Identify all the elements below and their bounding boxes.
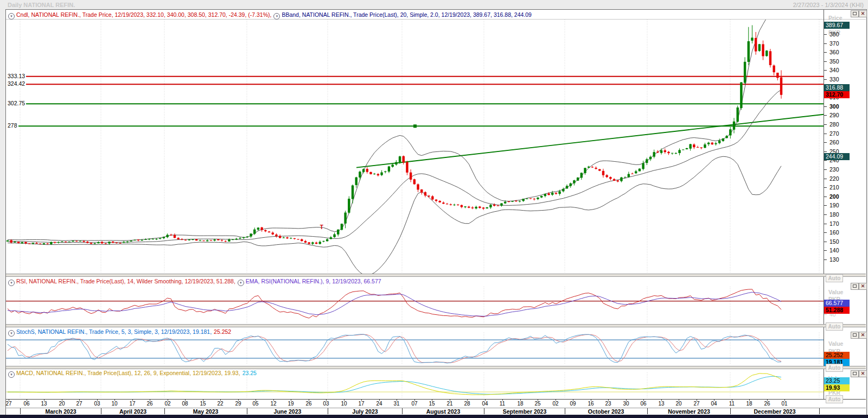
price-tick-mark <box>824 160 827 161</box>
level-price-label[interactable]: 324.42 <box>7 80 26 87</box>
price-tick-mark <box>824 52 827 53</box>
price-tick-label: 230 <box>829 166 839 173</box>
month-axis-label: July 2023 <box>352 408 378 415</box>
price-tick-mark <box>824 151 827 152</box>
collapse-indicator-icon: ▾ <box>8 371 15 378</box>
pane-separator[interactable] <box>6 366 866 369</box>
price-tick-mark <box>824 242 827 242</box>
day-axis-label: 26 <box>305 401 311 407</box>
price-axis-badge: 312.70 <box>824 91 850 98</box>
day-axis-label: 18 <box>517 401 523 407</box>
day-axis-label: 05 <box>252 401 258 407</box>
month-separator <box>565 408 565 414</box>
month-separator <box>484 408 484 414</box>
restore-icon[interactable] <box>851 10 859 17</box>
price-tick-mark <box>824 259 827 260</box>
month-axis-label: September 2023 <box>503 408 547 415</box>
restore-icon[interactable] <box>851 370 859 377</box>
pane-separator[interactable] <box>6 324 866 327</box>
price-tick-mark <box>824 61 827 62</box>
day-axis-label: 09 <box>570 401 576 407</box>
day-axis-label: 03 <box>323 401 329 407</box>
restore-icon[interactable] <box>851 332 859 339</box>
level-price-label[interactable]: 278 <box>7 122 18 129</box>
day-axis-label: 17 <box>129 401 135 407</box>
month-axis-label: August 2023 <box>426 408 460 415</box>
price-tick-mark <box>824 79 827 80</box>
close-icon[interactable]: ✕ <box>859 332 867 339</box>
auto-scale-button-macd[interactable]: Auto <box>826 395 843 403</box>
price-axis-badge: 316.88 <box>824 84 850 91</box>
price-tick-label: 280 <box>829 121 839 128</box>
day-axis-label: 16 <box>588 401 593 407</box>
price-tick-label: 260 <box>829 139 839 145</box>
price-tick-mark <box>824 124 827 125</box>
price-tick-mark <box>824 187 827 188</box>
day-axis-label: 27 <box>76 401 82 407</box>
cndl-legend-text: Cndl, NATIONAL REFIN., Trade Price, 12/1… <box>16 11 271 18</box>
macd-signal-value-text: 23.25 <box>242 370 257 376</box>
level-price-label[interactable]: 302.75 <box>7 100 26 106</box>
month-separator <box>247 408 247 414</box>
month-axis-label: October 2023 <box>588 408 624 415</box>
day-axis-label: 08 <box>182 401 188 407</box>
stoch-axis-badge: 25.252 <box>824 352 850 359</box>
price-tick-label: 150 <box>829 238 839 245</box>
axis-title-rsi: Value <box>828 289 843 295</box>
day-axis-label: 27 <box>693 401 699 407</box>
close-icon[interactable]: ✕ <box>859 10 867 17</box>
price-tick-mark <box>824 214 827 215</box>
month-axis-label: March 2023 <box>45 408 76 415</box>
price-tick-label: 330 <box>829 76 839 83</box>
price-tick-label: 170 <box>829 220 839 227</box>
day-axis-label: 06 <box>23 401 29 407</box>
day-axis-label: 02 <box>164 401 170 407</box>
day-axis-label: 10 <box>341 401 347 407</box>
day-axis-label: 11 <box>500 401 505 407</box>
month-axis-label: December 2023 <box>754 408 795 415</box>
day-axis-label: 25 <box>534 401 540 407</box>
collapse-indicator-icon: ▾ <box>238 280 244 286</box>
price-tick-mark <box>824 232 827 233</box>
price-tick-label: 190 <box>829 202 839 208</box>
level-price-label[interactable]: 333.13 <box>7 73 26 79</box>
restore-icon[interactable] <box>851 283 859 290</box>
price-legend[interactable]: ▾Cndl, NATIONAL REFIN., Trade Price, 12/… <box>8 11 534 20</box>
price-tick-label: 210 <box>829 184 839 191</box>
day-axis-label: 13 <box>658 401 664 407</box>
macd-legend[interactable]: ▾MACD, NATIONAL REFIN., Trade Price(Last… <box>8 370 259 378</box>
price-axis-badge: 389.67 <box>824 22 850 29</box>
collapse-indicator-icon: ▾ <box>8 13 15 20</box>
close-icon[interactable]: ✕ <box>859 283 867 290</box>
price-tick-mark <box>824 106 827 107</box>
price-tick-label: 290 <box>829 112 839 118</box>
price-tick-mark <box>824 205 827 206</box>
close-icon[interactable]: ✕ <box>859 370 867 377</box>
chart-frame <box>5 9 867 416</box>
stoch-d-value-text: 25.252 <box>214 328 231 335</box>
auto-scale-button-stoch[interactable]: Auto <box>826 364 843 372</box>
pane-separator[interactable] <box>6 274 866 277</box>
price-tick-mark <box>824 169 827 170</box>
rsi-legend[interactable]: ▾RSI, NATIONAL REFIN., Trade Price(Last)… <box>8 278 384 286</box>
day-axis-label: 21 <box>446 401 452 407</box>
day-axis-label: 03 <box>94 401 100 407</box>
axis-title-stoch: Value <box>828 340 843 347</box>
day-axis-label: 26 <box>764 401 770 407</box>
x-axis-line <box>6 399 866 400</box>
price-tick-mark <box>824 179 827 179</box>
axis-title-price: Price <box>828 15 843 21</box>
auto-scale-button-price[interactable]: Auto <box>826 274 843 282</box>
collapse-indicator-icon: ▾ <box>273 13 280 20</box>
macd-axis-badge: 19.93 <box>824 384 850 391</box>
window-date-range: 2/27/2023 - 1/3/2024 (KHI) <box>793 2 864 8</box>
price-tick-mark <box>824 43 827 44</box>
day-axis-label: 20 <box>59 401 65 407</box>
price-tick-label: 300 <box>829 103 839 110</box>
auto-scale-button-rsi[interactable]: Auto <box>826 322 843 331</box>
day-axis-label: 18 <box>746 401 752 407</box>
stoch-legend[interactable]: ▾StochS, NATIONAL REFIN., Trade Price, 5… <box>8 328 233 337</box>
window-title: Daily NATIONAL REFIN. <box>8 2 75 8</box>
price-tick-label: 340 <box>829 67 839 73</box>
day-axis-label: 04 <box>482 401 488 407</box>
